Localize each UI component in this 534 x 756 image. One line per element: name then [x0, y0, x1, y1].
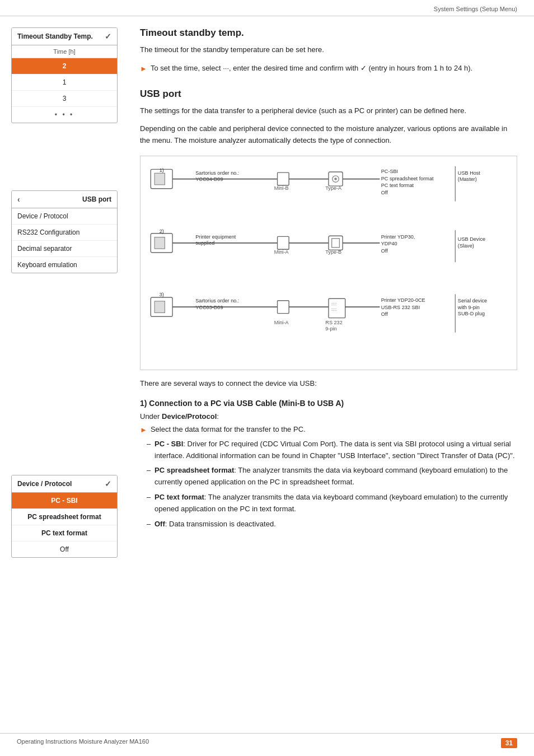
device-item-off[interactable]: Off [12, 542, 117, 557]
device-panel-title: Device / Protocol [17, 480, 72, 488]
timeout-panel-title: Timeout Standby Temp. [17, 32, 93, 40]
option-text-format: PC text format: The analyzer transmits t… [147, 492, 517, 515]
timeout-item-1[interactable]: 1 [12, 74, 117, 91]
usb-nav-keyboard[interactable]: Keyboard emulation [12, 257, 117, 273]
check-icon: ✓ [105, 32, 111, 41]
svg-text:3): 3) [160, 292, 164, 297]
page-footer: Operating Instructions Moisture Analyzer… [0, 733, 534, 748]
page-header: System Settings (Setup Menu) [0, 0, 534, 16]
svg-text:Off: Off [381, 311, 388, 317]
timeout-body: The timeout for the standby temperature … [140, 44, 517, 56]
timeout-item-3[interactable]: 3 [12, 91, 117, 107]
svg-text:USB Host: USB Host [458, 170, 481, 176]
svg-text:USB-RS 232 SBI: USB-RS 232 SBI [381, 305, 420, 310]
bullet-arrow-2-icon: ► [140, 424, 147, 436]
usb-nav-decimal[interactable]: Decimal separator [12, 241, 117, 257]
svg-text:1): 1) [160, 167, 164, 173]
svg-text:Printer YDP30,: Printer YDP30, [381, 234, 415, 240]
usb-panel-header: ‹ USB port [12, 191, 117, 208]
svg-text:Type-B: Type-B [325, 249, 341, 255]
right-column: Timeout standby temp. The timeout for th… [123, 16, 534, 569]
protocol-bullet-text: Select the data format for the transfer … [151, 424, 306, 436]
svg-text:RS 232: RS 232 [325, 320, 342, 325]
svg-text:Sartorius order no.:: Sartorius order no.: [195, 170, 239, 176]
svg-text::::::: ::::: [331, 307, 337, 311]
left-column: Timeout Standby Temp. ✓ Time [h] 2 1 3 •… [0, 16, 123, 569]
option-spreadsheet: PC spreadsheet format: The analyzer tran… [147, 465, 517, 488]
svg-rect-1 [154, 173, 165, 185]
option-pc-sbi: PC - SBI: Driver for PC required (CDC Vi… [147, 438, 517, 462]
device-item-spreadsheet[interactable]: PC spreadsheet format [12, 509, 117, 525]
timeout-panel-header: Timeout Standby Temp. ✓ [12, 28, 117, 45]
timeout-item-dots[interactable]: • • • [12, 107, 117, 123]
svg-text:2): 2) [160, 228, 164, 234]
svg-text:Printer YDP20-0CE: Printer YDP20-0CE [381, 297, 425, 303]
usb-body: The settings for the data transfer to a … [140, 105, 517, 117]
svg-text:Serial device: Serial device [458, 298, 487, 304]
svg-rect-22 [154, 237, 165, 249]
diagram-svg: 1) Sartorius order no.: YCC04-D09 Mini-B… [149, 163, 508, 361]
svg-text:Mini-A: Mini-A [274, 320, 289, 325]
usb-panel-title: USB port [82, 195, 111, 203]
svg-rect-27 [278, 236, 289, 249]
timeout-item-2[interactable]: 2 [12, 58, 117, 74]
page-body: Timeout Standby Temp. ✓ Time [h] 2 1 3 •… [0, 16, 534, 569]
footer-right: 31 [501, 738, 517, 748]
header-title: System Settings (Setup Menu) [434, 6, 517, 12]
usb-nav-rs232[interactable]: RS232 Configuration [12, 225, 117, 241]
svg-text::::::: ::::: [331, 302, 337, 306]
svg-text:Printer equipment: Printer equipment [195, 234, 236, 240]
svg-rect-41 [154, 301, 165, 313]
timeout-panel: Timeout Standby Temp. ✓ Time [h] 2 1 3 •… [11, 27, 118, 123]
svg-text:Mini-B: Mini-B [274, 185, 289, 191]
timeout-title: Timeout standby temp. [140, 27, 517, 39]
svg-text:Mini-A: Mini-A [274, 249, 289, 255]
protocol-options-list: PC - SBI: Driver for PC required (CDC Vi… [140, 438, 517, 530]
svg-text:(Master): (Master) [458, 176, 477, 182]
usb-body3: There are several ways to connect the de… [140, 378, 517, 390]
bullet-arrow-icon: ► [140, 63, 147, 75]
protocol-intro: Under Device/Protocol: [140, 412, 517, 421]
timeout-bullet-text: To set the time, select ···, enter the d… [151, 63, 472, 75]
timeout-time-label: Time [h] [12, 45, 117, 58]
device-panel-header: Device / Protocol ✓ [12, 475, 117, 493]
connection-title: 1) Connection to a PC via USB Cable (Min… [140, 399, 517, 408]
device-item-pc-sbi[interactable]: PC - SBI [12, 493, 117, 509]
option-off: Off: Data transmission is deactivated. [147, 519, 517, 530]
svg-text:USB Device: USB Device [458, 236, 485, 242]
usb-diagram: 1) Sartorius order no.: YCC04-D09 Mini-B… [140, 156, 517, 370]
svg-text:(Slave): (Slave) [458, 243, 474, 249]
timeout-bullet: ► To set the time, select ···, enter the… [140, 63, 517, 75]
svg-text:Type-A: Type-A [325, 185, 342, 191]
footer-left-text: Operating Instructions Moisture Analyzer… [17, 738, 149, 748]
svg-text:9-pin: 9-pin [325, 326, 336, 332]
svg-rect-6 [278, 172, 289, 185]
svg-text:Off: Off [381, 190, 388, 195]
device-item-text[interactable]: PC text format [12, 525, 117, 542]
svg-rect-30 [332, 239, 340, 248]
svg-rect-29 [329, 236, 343, 250]
svg-text:Off: Off [381, 248, 388, 254]
timeout-section: Timeout standby temp. The timeout for th… [140, 27, 517, 75]
svg-text:Sartorius order no.:: Sartorius order no.: [195, 298, 239, 304]
svg-text:PC spreadsheet format: PC spreadsheet format [381, 176, 434, 181]
svg-text:PC-SBI: PC-SBI [381, 169, 398, 174]
page-number: 31 [501, 738, 517, 748]
usb-nav-device[interactable]: Device / Protocol [12, 208, 117, 225]
svg-text:with 9-pin: with 9-pin [457, 305, 480, 310]
usb-title: USB port [140, 88, 517, 100]
usb-body2: Depending on the cable and peripheral de… [140, 123, 517, 147]
usb-section: USB port The settings for the data trans… [140, 88, 517, 147]
svg-text:SUB-D plug: SUB-D plug [458, 311, 485, 316]
usb-panel: ‹ USB port Device / Protocol RS232 Confi… [11, 190, 118, 273]
device-panel: Device / Protocol ✓ PC - SBI PC spreadsh… [11, 475, 118, 558]
svg-text:YDP40: YDP40 [381, 241, 397, 246]
back-arrow-icon[interactable]: ‹ [17, 195, 20, 204]
svg-text:PC text format: PC text format [381, 183, 414, 188]
protocol-bullet: ► Select the data format for the transfe… [140, 424, 517, 436]
svg-rect-46 [278, 301, 289, 314]
device-check-icon: ✓ [105, 479, 111, 488]
svg-point-10 [334, 178, 337, 180]
